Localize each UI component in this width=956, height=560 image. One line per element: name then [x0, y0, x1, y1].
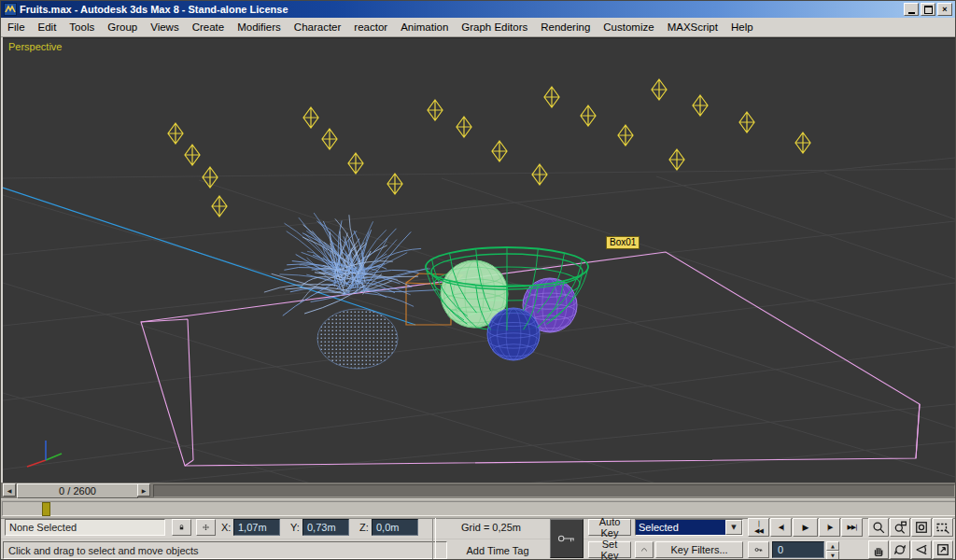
current-frame-field[interactable]: 0	[772, 541, 824, 558]
selection-set-value: Selected	[636, 520, 725, 535]
dropdown-arrow-icon[interactable]: ▼	[725, 520, 742, 535]
close-icon: ×	[942, 6, 947, 14]
frame-spinner: ▲ ▼	[826, 541, 837, 558]
next-frame-button[interactable]: |▶	[819, 518, 840, 537]
menu-item-animation[interactable]: Animation	[394, 20, 455, 35]
key-filters-label: Key Filters...	[670, 544, 727, 555]
y-coordinate-field[interactable]: 0,73m	[302, 519, 349, 536]
spinner-up-icon: ▲	[831, 543, 835, 549]
viewport-label[interactable]: Perspective	[8, 41, 62, 52]
previous-frame-button[interactable]: ◀|	[770, 518, 792, 537]
time-step-back-button[interactable]: ◀	[3, 483, 16, 497]
play-animation-button[interactable]: ▶	[793, 518, 818, 537]
close-button[interactable]: ×	[937, 3, 952, 16]
x-coordinate-field[interactable]: 1,07m	[233, 519, 280, 536]
current-frame-value: 0	[778, 544, 783, 555]
menu-item-modifiers[interactable]: Modifiers	[231, 20, 288, 35]
track-bar-ruler[interactable]	[2, 501, 956, 516]
y-coordinate-label: Y:	[290, 522, 300, 533]
pan-button[interactable]	[868, 540, 889, 559]
restore-button[interactable]	[921, 3, 935, 16]
step-forward-icon: ▶	[142, 487, 147, 494]
time-step-forward-button[interactable]: ▶	[137, 483, 150, 497]
menu-item-maxscript[interactable]: MAXScript	[661, 20, 724, 35]
table-box01[interactable]	[141, 252, 920, 466]
menu-item-group[interactable]: Group	[101, 20, 144, 35]
menu-item-help[interactable]: Help	[724, 20, 760, 35]
arc-rotate-button[interactable]	[890, 540, 910, 559]
time-slider-track[interactable]	[153, 484, 955, 497]
window-title: Fruits.max - Autodesk 3ds Max 8 - Stand-…	[20, 4, 904, 15]
set-keys-big-button[interactable]	[550, 519, 583, 558]
z-coordinate-label: Z:	[359, 522, 369, 533]
track-bar-marker[interactable]	[42, 502, 50, 516]
menu-item-edit[interactable]: Edit	[32, 20, 63, 35]
time-slider: ◀ 0 / 2600 ▶	[1, 483, 956, 498]
transform-gizmo-icon	[203, 522, 209, 533]
viewport-perspective[interactable]: Perspective Box01	[3, 37, 955, 483]
key-filters-button[interactable]: Key Filters...	[655, 541, 743, 558]
lock-icon	[178, 522, 185, 533]
plant[interactable]	[264, 213, 437, 369]
menu-item-file[interactable]: File	[1, 20, 32, 35]
menu-item-reactor[interactable]: reactor	[347, 20, 394, 35]
zoom-region-icon	[936, 521, 949, 534]
go-to-start-button[interactable]: |◀◀	[748, 518, 769, 537]
z-coordinate-value: 0,0m	[376, 522, 399, 533]
selection-lock-button[interactable]	[172, 519, 191, 536]
selection-status-text: None Selected	[9, 522, 77, 533]
zoom-all-button[interactable]	[890, 518, 910, 537]
auto-key-label: Auto Key	[595, 516, 625, 539]
spinner-up-button[interactable]: ▲	[826, 541, 839, 551]
go-to-end-button[interactable]: ▶▶|	[841, 518, 863, 537]
zoom-region-button[interactable]	[933, 518, 953, 537]
menu-item-graph-editors[interactable]: Graph Editors	[455, 20, 534, 35]
minimize-icon	[908, 12, 915, 14]
playback-controls: |◀◀◀|▶|▶▶▶|	[748, 518, 863, 537]
min-max-toggle-icon	[936, 543, 949, 556]
zoom-all-icon	[893, 521, 907, 534]
object-name-label: Box01	[606, 236, 640, 249]
menu-item-character[interactable]: Character	[288, 20, 348, 35]
y-coordinate-value: 0,73m	[307, 522, 336, 533]
pan-icon	[872, 543, 885, 556]
menu-item-customize[interactable]: Customize	[597, 20, 660, 35]
field-of-view-button[interactable]	[911, 540, 932, 559]
zoom-extents-button[interactable]	[911, 518, 932, 537]
z-coordinate-field[interactable]: 0,0m	[372, 519, 418, 536]
app-icon	[4, 3, 17, 16]
selection-set-dropdown[interactable]: Selected ▼	[635, 519, 743, 536]
spinner-down-icon: ▼	[831, 553, 835, 558]
viewport-nav-row2	[868, 540, 953, 559]
grid-setting-display: Grid = 0,25m	[438, 522, 544, 533]
x-coordinate-value: 1,07m	[238, 522, 267, 533]
menu-item-tools[interactable]: Tools	[63, 20, 101, 35]
set-key-label: Set Key	[595, 539, 625, 560]
track-bar[interactable]	[1, 498, 956, 519]
absolute-offset-mode-button[interactable]	[196, 519, 216, 536]
key-icon	[556, 521, 577, 556]
menu-item-views[interactable]: Views	[144, 20, 185, 35]
add-time-tag[interactable]: Add Time Tag	[451, 545, 544, 556]
key-mode-toggle-button[interactable]	[748, 541, 769, 558]
min-max-toggle-button[interactable]	[933, 540, 953, 559]
time-slider-handle[interactable]: 0 / 2600	[17, 483, 138, 498]
zoom-icon	[872, 521, 885, 534]
viewport-nav-row1	[868, 518, 953, 537]
menu-item-create[interactable]: Create	[186, 20, 232, 35]
blue-sphere[interactable]	[487, 308, 540, 360]
title-bar: Fruits.max - Autodesk 3ds Max 8 - Stand-…	[1, 1, 955, 18]
status-separator	[432, 518, 436, 559]
auto-key-button[interactable]: Auto Key	[588, 519, 631, 536]
status-bar-row2: Click and drag to select and move object…	[1, 539, 956, 560]
spinner-down-button[interactable]: ▼	[826, 551, 839, 560]
set-key-button[interactable]: Set Key	[588, 541, 631, 558]
menu-bar: FileEditToolsGroupViewsCreateModifiersCh…	[1, 18, 955, 37]
field-of-view-icon	[915, 543, 928, 556]
selection-lock-field[interactable]: None Selected	[5, 519, 165, 536]
app-window: Fruits.max - Autodesk 3ds Max 8 - Stand-…	[0, 0, 956, 560]
minimize-button[interactable]	[904, 3, 919, 16]
menu-item-rendering[interactable]: Rendering	[534, 20, 597, 35]
zoom-button[interactable]	[868, 518, 889, 537]
default-tangent-button[interactable]	[635, 541, 654, 558]
